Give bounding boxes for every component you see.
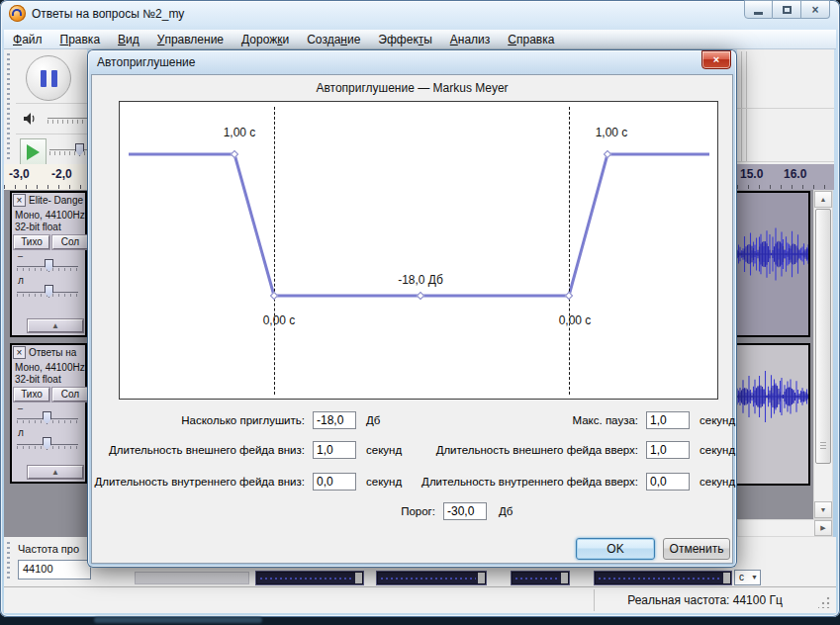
cancel-button[interactable]: Отменить xyxy=(663,538,730,560)
screen: Ответы на вопросы №2_my × ФайлПравкаВидУ… xyxy=(0,0,840,625)
dialog-subtitle: Автоприглушение — Markus Meyer xyxy=(87,81,737,95)
project-rate-label: Частота про xyxy=(18,543,89,555)
outer-fade-down-field-label: Длительность внешнего фейда вниз: xyxy=(67,441,305,459)
threshold-unit: Дб xyxy=(499,502,513,520)
window-title: Ответы на вопросы №2_my xyxy=(32,7,184,21)
mute-button[interactable]: Тихо xyxy=(14,388,49,402)
outer-fade-up-input[interactable] xyxy=(646,441,690,459)
track-depth: 32-bit float xyxy=(15,374,61,385)
threshold-input[interactable] xyxy=(443,502,487,520)
duck-amount-input[interactable] xyxy=(313,411,356,429)
outer-fade-up-unit: секунд xyxy=(700,441,735,459)
menu-item-4[interactable]: Дорожки xyxy=(233,30,298,48)
taskbar-glow xyxy=(94,617,262,623)
outer-fade-up-label: 1,00 с xyxy=(596,126,628,139)
scroll-up-icon: ▲ xyxy=(820,196,827,203)
vertical-scrollbar[interactable]: ▲ ▼ xyxy=(813,190,833,519)
selection-length-field[interactable] xyxy=(511,571,570,585)
selection-unit-value: с xyxy=(739,572,744,582)
menu-item-8[interactable]: Справка xyxy=(499,30,563,48)
menu-item-6[interactable]: Эффекты xyxy=(369,30,440,48)
track-name[interactable]: Elite- Dange xyxy=(29,195,83,206)
play-button[interactable] xyxy=(20,138,47,165)
menu-item-2[interactable]: Вид xyxy=(109,30,148,48)
collapse-button[interactable]: ▲ xyxy=(28,319,83,332)
menu-bar: ФайлПравкаВидУправлениеДорожкиСозданиеЭф… xyxy=(4,30,836,49)
ruler-tick-label: 15.0 xyxy=(740,167,763,181)
track-close-button[interactable]: × xyxy=(13,346,26,359)
track-name[interactable]: Ответы на xyxy=(29,347,76,358)
menu-item-1[interactable]: Правка xyxy=(51,30,110,48)
dialog-close-button[interactable]: × xyxy=(701,50,731,69)
pause-icon xyxy=(41,70,47,87)
menu-item-3[interactable]: Управление xyxy=(148,30,233,48)
status-bar: Реальная частота: 44100 Гц xyxy=(4,586,836,613)
pan-slider-label: Л xyxy=(18,276,24,286)
toolbar-left xyxy=(4,49,87,164)
audio-position-field[interactable] xyxy=(594,571,732,585)
close-icon: × xyxy=(713,53,719,65)
ruler-tick-label: -2,0 xyxy=(51,167,72,181)
track-clip-2[interactable] xyxy=(735,343,810,486)
close-button[interactable]: × xyxy=(801,0,830,19)
scroll-right-icon: ▶ xyxy=(820,524,825,532)
maximize-icon xyxy=(783,6,792,14)
inner-fade-up-input[interactable] xyxy=(646,473,690,491)
pan-slider-label: Л xyxy=(18,428,24,438)
ruler-tick-label: 16.0 xyxy=(784,167,806,181)
resize-grip[interactable] xyxy=(818,596,830,608)
outer-fade-up-field-label: Длительность внешнего фейда вверх: xyxy=(401,441,638,459)
toolbar-grip[interactable] xyxy=(7,53,10,160)
maximize-button[interactable] xyxy=(773,0,801,19)
project-rate-combo[interactable]: 44100 xyxy=(18,560,91,580)
output-volume-slider[interactable] xyxy=(47,118,87,119)
horizontal-scrollbar[interactable]: ▶ xyxy=(737,519,833,537)
inner-fade-up-label: 0,00 с xyxy=(559,313,592,327)
duck-curve-graph[interactable]: 1,00 с 1,00 с -18,0 Дб 0,00 с 0,00 с xyxy=(119,101,718,400)
ok-button[interactable]: OK xyxy=(576,538,655,560)
timeline-ruler-left[interactable]: -3,0 -2,0 xyxy=(4,164,87,190)
solo-button[interactable]: Сол xyxy=(52,388,88,402)
menu-item-0[interactable]: Файл xyxy=(4,30,51,48)
max-pause-input[interactable] xyxy=(646,411,690,429)
project-rate-value: 44100 xyxy=(23,563,53,575)
mute-button[interactable]: Тихо xyxy=(14,235,49,249)
toolbar-grip[interactable] xyxy=(7,542,10,581)
duck-amount-field-label: Насколько приглушить: xyxy=(67,411,305,429)
selection-unit-combo[interactable]: с ▼ xyxy=(734,570,761,585)
selection-end-field[interactable] xyxy=(376,571,487,585)
menu-item-7[interactable]: Анализ xyxy=(441,30,500,48)
track-format: Моно, 44100Hz xyxy=(15,210,85,221)
inner-fade-down-field-label: Длительность внутреннего фейда вниз: xyxy=(67,473,305,491)
selection-mode-control[interactable] xyxy=(135,572,249,584)
max-pause-unit: секунд xyxy=(700,411,735,429)
track-format: Моно, 44100Hz xyxy=(15,362,85,373)
scroll-down-icon: ▼ xyxy=(820,506,827,513)
scroll-right-button[interactable]: ▶ xyxy=(814,520,832,536)
max-pause-field-label: Макс. пауза: xyxy=(401,411,638,429)
timeline-ruler-right[interactable]: 15.0 16.0 xyxy=(737,164,834,190)
track-clip-1[interactable] xyxy=(735,191,810,337)
vertical-scroll-thumb[interactable] xyxy=(815,209,831,464)
menu-item-5[interactable]: Создание xyxy=(298,30,369,48)
selection-start-field[interactable] xyxy=(255,571,364,585)
inner-fade-down-input[interactable] xyxy=(313,473,356,491)
inner-fade-down-unit: секунд xyxy=(366,473,402,491)
track-close-button[interactable]: × xyxy=(13,194,26,207)
status-real-rate: Реальная частота: 44100 Гц xyxy=(598,593,812,607)
toolbar-right xyxy=(737,49,834,164)
pause-button[interactable] xyxy=(26,55,71,101)
speaker-icon xyxy=(23,111,39,127)
ruler-tick-label: -3,0 xyxy=(9,167,30,181)
scroll-down-button[interactable]: ▼ xyxy=(814,501,832,518)
waveform-1 xyxy=(737,193,808,335)
duck-amount-unit: Дб xyxy=(366,411,380,429)
solo-button[interactable]: Сол xyxy=(52,235,88,249)
outer-fade-down-unit: секунд xyxy=(366,441,402,459)
window-controls: × xyxy=(744,0,830,19)
minimize-button[interactable] xyxy=(744,0,773,19)
scroll-up-button[interactable]: ▲ xyxy=(814,191,832,208)
inner-fade-up-unit: секунд xyxy=(700,473,735,491)
outer-fade-down-input[interactable] xyxy=(313,441,356,459)
play-icon xyxy=(27,144,40,160)
